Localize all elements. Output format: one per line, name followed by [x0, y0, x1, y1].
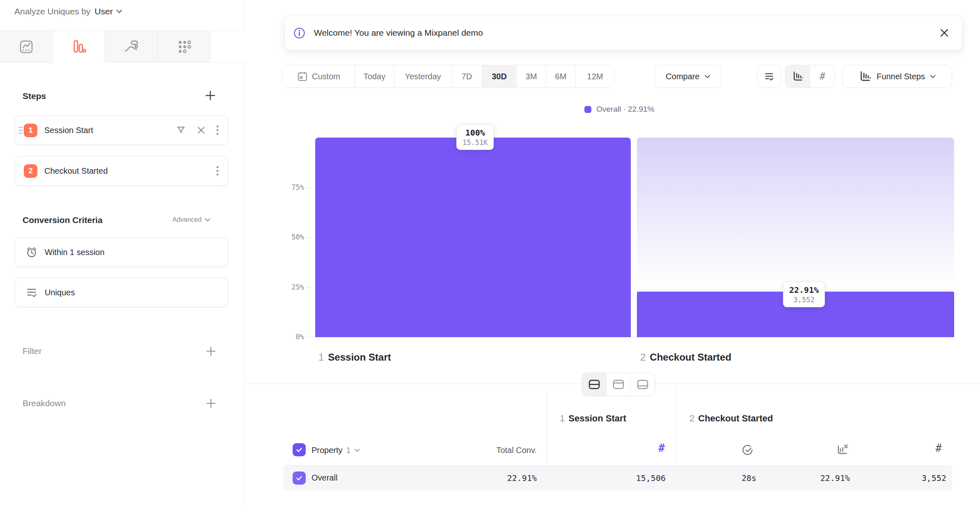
plus-icon	[206, 398, 216, 409]
group-step-number: 2	[689, 413, 694, 424]
count-metric-icon[interactable]: #	[624, 442, 665, 454]
step-menu-button[interactable]	[216, 125, 219, 135]
legend-label: Overall · 22.91%	[596, 105, 655, 114]
date-range-label: 30D	[492, 72, 507, 81]
y-axis-tick-label: 50%	[279, 233, 304, 241]
date-range-6m[interactable]: 6M	[546, 65, 576, 87]
chart-type-dropdown[interactable]: Funnel Steps	[842, 65, 952, 88]
date-range-7d[interactable]: 7D	[452, 65, 482, 87]
split-view-button[interactable]	[582, 373, 607, 396]
chevron-down-icon	[116, 9, 122, 14]
date-range-30d[interactable]: 30D	[482, 65, 517, 87]
cell-avg-time: 28s	[674, 473, 756, 483]
funnel-chart: 75% 50% 25% 0%	[0, 138, 980, 337]
table-group-header-step-1: 1 Session Start	[560, 413, 626, 424]
y-axis-tick-label: 75%	[279, 183, 304, 191]
tabstrip-filler	[210, 31, 245, 63]
step-remove-button[interactable]	[197, 126, 206, 135]
date-range-yesterday[interactable]: Yesterday	[394, 65, 452, 87]
date-range-label: 3M	[526, 72, 537, 81]
add-step-button[interactable]	[205, 90, 216, 101]
chart-view-button[interactable]	[607, 373, 631, 396]
tooltip-count: 3,552	[789, 296, 819, 304]
tooltip-percent: 100%	[463, 128, 488, 138]
tab-insights[interactable]	[0, 31, 53, 63]
close-icon	[197, 126, 206, 135]
report-type-tabs	[0, 30, 245, 63]
property-dropdown[interactable]: Property 1	[311, 446, 360, 455]
close-icon	[939, 28, 950, 38]
mixpanel-funnel-page: Analyze Uniques by User	[0, 0, 980, 506]
list-check-icon	[763, 71, 775, 82]
cell-total-conv: 22.91%	[455, 473, 537, 483]
uniques-metric-button[interactable]	[757, 65, 781, 88]
date-range-label: Yesterday	[405, 72, 441, 81]
value-display-toggle: #	[785, 65, 835, 88]
date-range-12m[interactable]: 12M	[576, 65, 614, 87]
plus-icon	[205, 90, 216, 101]
table-view-icon	[637, 379, 649, 390]
date-range-control: Custom Today Yesterday 7D 30D 3M 6M 12M	[282, 65, 615, 88]
compare-label: Compare	[666, 72, 699, 81]
y-axis-tick	[307, 187, 311, 188]
add-breakdown-button[interactable]	[206, 398, 216, 409]
insights-icon	[17, 38, 35, 56]
drag-handle-icon[interactable]	[18, 126, 24, 135]
count-metric-icon[interactable]: #	[901, 442, 942, 454]
retention-icon	[175, 38, 193, 56]
property-label: Property	[311, 446, 343, 455]
step-number: 2	[640, 352, 646, 363]
date-range-label: Custom	[312, 72, 340, 81]
demo-banner: Welcome! You are viewing a Mixpanel demo	[284, 16, 962, 50]
plus-icon	[206, 346, 216, 356]
chart-type-label: Funnel Steps	[877, 72, 925, 81]
chevron-down-icon	[930, 75, 936, 78]
check-icon	[295, 446, 303, 454]
info-icon	[293, 27, 306, 39]
date-range-3m[interactable]: 3M	[517, 65, 546, 87]
date-range-custom[interactable]: Custom	[283, 65, 355, 87]
table-view-button[interactable]	[630, 373, 655, 396]
cell-step2-count: 3,552	[864, 473, 946, 483]
date-range-label: 12M	[587, 72, 603, 81]
compare-button[interactable]: Compare	[655, 65, 721, 88]
y-axis-tick	[307, 237, 311, 238]
row-name: Overall	[311, 473, 337, 483]
group-step-number: 1	[560, 413, 565, 424]
funnels-icon	[70, 38, 88, 56]
funnel-steps-icon	[859, 70, 872, 83]
step-name: Session Start	[328, 352, 391, 363]
tab-flows[interactable]	[105, 31, 158, 63]
avg-time-metric-icon[interactable]	[741, 444, 754, 456]
banner-message: Welcome! You are viewing a Mixpanel demo	[314, 28, 483, 38]
analyze-by-dropdown[interactable]: User	[95, 7, 122, 16]
show-percent-toggle[interactable]	[785, 65, 810, 87]
step-number: 1	[318, 352, 324, 363]
tooltip-count: 15.51K	[463, 138, 488, 147]
group-step-name: Checkout Started	[698, 413, 773, 424]
filter-icon	[176, 125, 186, 135]
tab-retention[interactable]	[158, 31, 210, 63]
bar-value-tooltip: 100% 15.51K	[456, 124, 494, 150]
chart-legend[interactable]: Overall · 22.91%	[584, 105, 655, 114]
check-icon	[295, 474, 303, 482]
conversion-rate-metric-icon[interactable]	[836, 443, 849, 456]
add-filter-button[interactable]	[206, 346, 216, 356]
step-number-badge: 1	[24, 124, 37, 137]
step-name: Checkout Started	[650, 352, 731, 363]
cell-step1-count: 15,506	[584, 473, 666, 483]
tab-funnels[interactable]	[53, 31, 105, 63]
date-range-label: Today	[364, 72, 385, 81]
date-range-today[interactable]: Today	[355, 65, 394, 87]
table-group-header-step-2: 2 Checkout Started	[689, 413, 773, 424]
banner-close-button[interactable]	[939, 28, 950, 38]
funnel-bar-step-1[interactable]	[315, 138, 631, 337]
select-all-checkbox[interactable]	[293, 443, 306, 456]
date-range-label: 7D	[462, 72, 472, 81]
hash-icon: #	[820, 71, 825, 82]
show-count-toggle[interactable]: #	[810, 65, 835, 87]
step-filter-button[interactable]	[176, 125, 186, 135]
tooltip-percent: 22.91%	[789, 285, 819, 295]
row-checkbox[interactable]	[293, 472, 306, 485]
group-step-name: Session Start	[568, 413, 626, 424]
